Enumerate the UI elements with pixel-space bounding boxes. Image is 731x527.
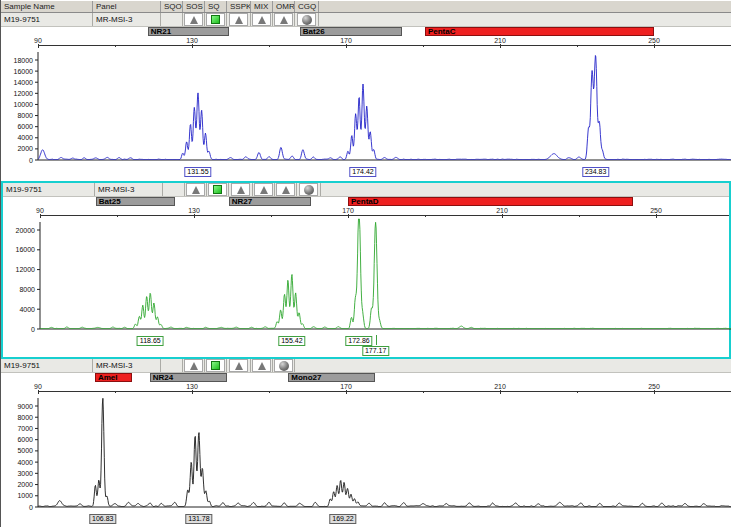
flag-cell-sos[interactable] [183,359,205,372]
x-tick-minor [269,391,270,393]
svg-text:16000: 16000 [16,246,36,253]
sample-name-cell[interactable]: M19-9751 [1,13,93,26]
sample-row[interactable]: M19-9751 MR-MSI-3 [1,13,731,27]
svg-text:4000: 4000 [17,459,33,466]
peak-size-label[interactable]: 177.17 [362,346,389,356]
sample-row[interactable]: M19-9751 MR-MSI-3 [1,359,731,373]
svg-text:6000: 6000 [17,436,33,443]
column-header-sample-name[interactable]: Sample Name [1,1,93,12]
green-square-glyph [213,185,222,194]
x-axis-ruler: 90130170210250 [1,383,731,394]
plot-area[interactable]: 0100020003000400050006000700080009000 [1,394,731,513]
peak-size-label[interactable]: 155.42 [278,336,305,346]
green-square-icon [206,359,225,372]
gray-sphere-icon [297,13,316,26]
peak-size-label[interactable]: 234.83 [582,167,609,177]
sample-name-cell[interactable]: M19-9751 [1,359,93,372]
flag-cell-omr[interactable] [273,359,295,372]
plot-area[interactable]: 040008000120001600020000 [3,218,729,335]
column-header-cgq[interactable]: CGQ [295,1,319,12]
svg-text:3000: 3000 [17,470,33,477]
gray-triangle-icon [231,183,250,196]
svg-text:0: 0 [29,157,33,164]
x-tick-minor [115,45,116,47]
column-header-sspk[interactable]: SSPK [227,1,251,12]
ruler-line [38,391,731,392]
svg-text:0: 0 [29,504,33,511]
svg-text:10000: 10000 [14,101,34,108]
green-square-icon [208,183,227,196]
flag-cell-sspk[interactable] [227,13,251,26]
x-tick-minor [577,45,578,47]
gray-sphere-glyph [304,185,314,195]
flag-cell-mix[interactable] [251,13,273,26]
peak-size-label[interactable]: 169.22 [329,514,356,524]
flag-cell-sqo[interactable] [161,359,183,372]
x-tick-label: 130 [186,37,198,44]
trace-svg: 0100020003000400050006000700080009000 [1,394,731,513]
gray-triangle-icon [252,359,271,372]
flag-cell-sq[interactable] [205,13,227,26]
x-tick-label: 90 [36,207,44,214]
svg-text:5000: 5000 [17,447,33,454]
flag-cell-sqo[interactable] [163,183,185,196]
flag-cell-sspk[interactable] [229,183,253,196]
peak-size-label[interactable]: 131.55 [184,167,211,177]
peak-size-label[interactable]: 106.83 [89,514,116,524]
column-header-sos[interactable]: SOS [183,1,205,12]
gray-triangle-glyph [258,16,266,24]
x-tick-minor [271,215,272,217]
gray-triangle-glyph [235,16,243,24]
x-tick-minor [269,45,270,47]
flag-cell-cgq[interactable] [295,13,319,26]
column-header-panel[interactable]: Panel [93,1,161,12]
quality-flags [161,13,319,26]
flag-cell-sos[interactable] [185,183,207,196]
marker-bar-bat25: Bat25 [96,197,175,206]
svg-text:0: 0 [31,326,35,333]
peak-size-label[interactable]: 174.42 [349,167,376,177]
column-header-sq[interactable]: SQ [205,1,227,12]
svg-text:18000: 18000 [14,57,34,64]
flag-cell-sq[interactable] [207,183,229,196]
panel-name-cell[interactable]: MR-MSI-3 [93,13,161,26]
flag-cell-omr[interactable] [273,13,295,26]
flag-cell-sq[interactable] [205,359,227,372]
peak-size-label[interactable]: 131.78 [185,514,212,524]
flag-cell-mix[interactable] [253,183,275,196]
x-tick-label: 90 [34,37,42,44]
marker-bar-row: AmelNR24Mono27 [1,373,731,383]
x-tick-label: 170 [342,207,354,214]
flag-cell-mix[interactable] [251,359,273,372]
flag-cell-sqo[interactable] [161,13,183,26]
peak-size-label[interactable]: 172.86 [345,336,372,346]
gray-triangle-glyph [282,186,290,194]
x-axis-ruler: 90130170210250 [1,37,731,48]
sample-row[interactable]: M19-9751 MR-MSI-3 [3,183,729,197]
panel-name-cell[interactable]: MR-MSI-3 [93,359,161,372]
gray-triangle-glyph [190,16,198,24]
svg-text:12000: 12000 [14,90,34,97]
quality-flags [161,359,295,372]
column-header-mix[interactable]: MIX [251,1,273,12]
x-tick-minor [425,215,426,217]
panel-name-cell[interactable]: MR-MSI-3 [95,183,163,196]
trace-svg: 0200040006000800010000120001400016000180… [1,48,731,166]
x-tick-label: 250 [648,37,660,44]
column-header-sqo[interactable]: SQO [161,1,183,12]
column-header-omr[interactable]: OMR [273,1,295,12]
gray-triangle-icon [229,359,248,372]
x-tick-label: 210 [494,37,506,44]
green-square-icon [206,13,225,26]
flag-cell-cgq[interactable] [297,183,321,196]
flag-cell-sspk[interactable] [227,359,251,372]
gray-triangle-icon [274,13,293,26]
plot-area[interactable]: 0200040006000800010000120001400016000180… [1,48,731,166]
flag-cell-omr[interactable] [275,183,297,196]
x-tick-label: 130 [186,383,198,390]
flag-cell-sos[interactable] [183,13,205,26]
sample-name-cell[interactable]: M19-9751 [3,183,95,196]
x-tick-minor [423,391,424,393]
svg-text:2000: 2000 [17,481,33,488]
peak-size-label[interactable]: 118.65 [137,336,164,346]
